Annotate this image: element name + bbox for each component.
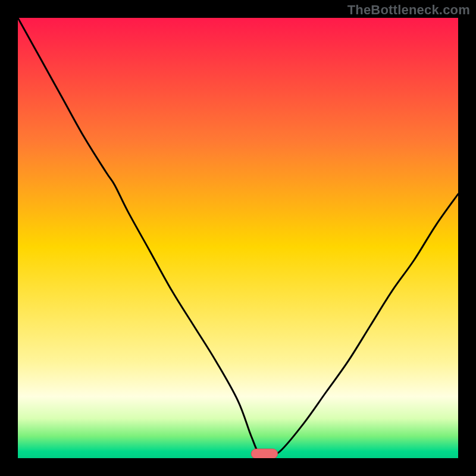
chart-background <box>18 18 458 458</box>
watermark-text: TheBottleneck.com <box>347 2 470 18</box>
optimal-point-marker <box>251 449 277 458</box>
bottleneck-chart <box>18 18 458 458</box>
chart-frame: TheBottleneck.com <box>0 0 476 476</box>
